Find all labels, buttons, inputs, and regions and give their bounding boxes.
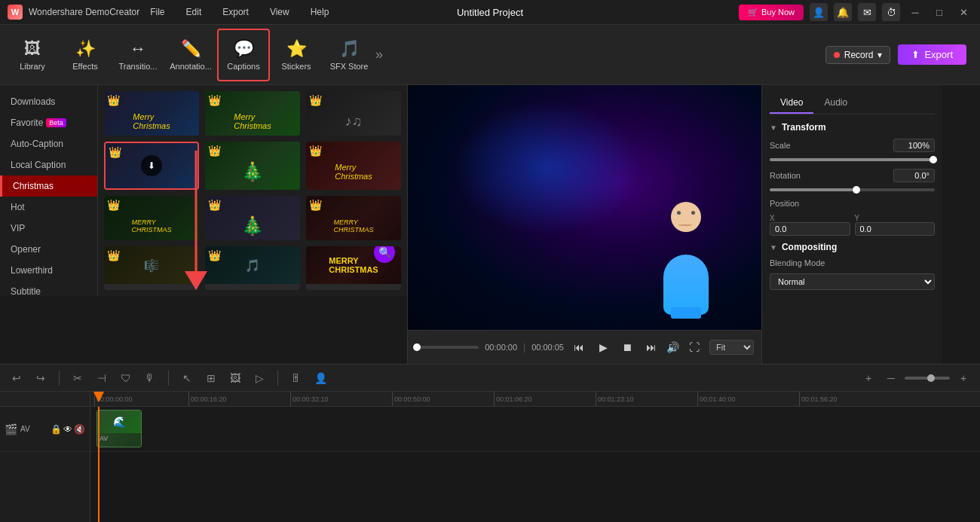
person-button[interactable]: 👤 <box>311 369 329 387</box>
play-clip-button[interactable]: ▷ <box>250 369 268 387</box>
mail-icon[interactable]: ✉ <box>858 3 876 21</box>
toolbar-stickers[interactable]: ⭐ Stickers <box>270 29 323 81</box>
mic-button[interactable]: 🎙 <box>141 369 159 387</box>
caption-item-4[interactable]: 👑 ⬇ Golden Magical Ch... <box>104 142 199 189</box>
library-icon: 🖼 <box>24 39 41 59</box>
position-inputs: X Y <box>770 214 935 236</box>
track-eye-icon[interactable]: 👁 <box>63 424 72 435</box>
sidebar-item-christmas[interactable]: Christmas <box>0 176 97 197</box>
toolbar-sfxstore[interactable]: 🎵 SFX Store <box>323 29 375 81</box>
maximize-button[interactable]: □ <box>930 3 948 21</box>
shield-button[interactable]: 🛡 <box>117 369 135 387</box>
image-button[interactable]: 🖼 <box>226 369 244 387</box>
redo-button[interactable]: ↪ <box>32 369 50 387</box>
record-button[interactable]: Record ▾ <box>825 46 891 64</box>
tab-audio[interactable]: Audio <box>813 93 858 114</box>
skip-back-button[interactable]: ⏮ <box>570 338 588 356</box>
scale-slider-thumb[interactable] <box>929 156 937 163</box>
toolbar-captions[interactable]: 💬 Captions <box>217 29 270 81</box>
track-lock-icon[interactable]: 🔒 <box>51 424 62 435</box>
sidebar-item-hot[interactable]: Hot <box>0 197 97 218</box>
sidebar-item-auto-caption[interactable]: Auto-Caption <box>0 133 97 154</box>
playhead[interactable] <box>98 407 100 522</box>
caption-item-10[interactable]: 👑 🎼 <box>104 246 199 290</box>
ruler-mark-3: 00:00:50:00 <box>392 392 430 406</box>
menu-export[interactable]: Export <box>218 4 253 20</box>
position-y-input[interactable] <box>855 222 936 236</box>
toolbar-transitions[interactable]: ↔ Transitio... <box>112 29 164 81</box>
buy-now-button[interactable]: 🛒 Buy Now <box>739 5 804 20</box>
sidebar-item-downloads[interactable]: Downloads <box>0 91 97 112</box>
export-button[interactable]: ⬆ Export <box>898 44 966 65</box>
zoom-slider[interactable] <box>905 377 950 380</box>
track-label-icon: 🎬 <box>5 423 17 435</box>
sidebar-item-local-caption[interactable]: Local Caption <box>0 154 97 176</box>
caption-item-5[interactable]: 👑 🎄 Golden Magical Ch... <box>205 142 300 189</box>
track-sidebar-video: 🎬 AV 🔒 👁 🔇 <box>0 407 90 452</box>
grid-button[interactable]: ⊞ <box>202 369 220 387</box>
project-title: Untitled Project <box>457 7 523 18</box>
sidebar-item-favorite[interactable]: Favorite Beta <box>0 112 97 133</box>
play-button[interactable]: ▶ <box>594 338 612 356</box>
menu-edit[interactable]: Edit <box>182 4 207 20</box>
tab-video[interactable]: Video <box>770 93 813 114</box>
split-button[interactable]: ⊣ <box>93 369 111 387</box>
sidebar-item-opener[interactable]: Opener <box>0 239 97 260</box>
blending-mode-row: Blending Mode <box>770 258 935 267</box>
notifications-icon[interactable]: 🔔 <box>834 3 852 21</box>
caption-item-2[interactable]: 👑 MerryChristmas Golden Magical Ch... <box>205 91 300 136</box>
caption-item-3[interactable]: 👑 ♪♫ Golden Magical Ch... <box>306 91 401 136</box>
audio-adjust-button[interactable]: 🎚 <box>287 369 305 387</box>
caption-item-9[interactable]: 👑 MERRYCHRISTMAS Golden Magical Ch... <box>306 196 401 240</box>
toolbar-library[interactable]: 🖼 Library <box>6 29 59 81</box>
fit-select[interactable]: Fit 100% 75% 50% <box>709 340 754 355</box>
menu-file[interactable]: File <box>145 4 169 20</box>
toolbar-effects[interactable]: ✨ Effects <box>59 29 112 81</box>
rotation-slider[interactable] <box>770 188 935 191</box>
crown-icon-4: 👑 <box>109 146 121 158</box>
compositing-section-header[interactable]: ▼ Compositing <box>770 242 935 252</box>
sidebar-item-lowerthird[interactable]: Lowerthird <box>0 260 97 281</box>
stop-button[interactable]: ⏹ <box>618 338 636 356</box>
position-x-input[interactable] <box>770 222 850 236</box>
volume-icon[interactable]: 🔊 <box>666 341 679 353</box>
undo-button[interactable]: ↩ <box>8 369 26 387</box>
position-label: Position <box>770 199 799 208</box>
zoom-out-button[interactable]: ─ <box>882 369 900 387</box>
scale-slider[interactable] <box>770 158 935 161</box>
track-mute-icon[interactable]: 🔇 <box>74 424 85 435</box>
video-clip[interactable]: 🌊 AV <box>96 410 142 447</box>
profile-icon[interactable]: 👤 <box>810 3 828 21</box>
skip-forward-button[interactable]: ⏭ <box>642 338 660 356</box>
timeline-add-track-button[interactable]: + <box>859 369 877 387</box>
progress-thumb[interactable] <box>413 343 421 351</box>
fullscreen-button[interactable]: ⛶ <box>685 338 703 356</box>
caption-item-6[interactable]: 👑 MerryChristmas Golden Magical Ch... <box>306 142 401 189</box>
cursor-tool[interactable]: ↖ <box>178 369 196 387</box>
sidebar-item-vip[interactable]: VIP <box>0 218 97 239</box>
preview-progress-bar[interactable] <box>415 346 479 349</box>
menu-help[interactable]: Help <box>306 4 334 20</box>
timeline-ruler[interactable]: 00:00:00:00 00:00:16:20 00:00:32:10 00:0… <box>90 392 980 407</box>
caption-item-11[interactable]: 👑 🎵 <box>205 246 300 290</box>
caption-item-8[interactable]: 👑 🎄 Golden Magical Ch... <box>205 196 300 240</box>
history-icon[interactable]: ⏱ <box>882 3 900 21</box>
caption-item-12[interactable]: MERRYCHRISTMAS 🔍 <box>306 246 401 290</box>
toolbar-annotations[interactable]: ✏️ Annotatio... <box>164 29 217 81</box>
toolbar-more-button[interactable]: » <box>375 47 383 63</box>
caption-item-1[interactable]: 👑 MerryChristmas Golden Magical Ch... <box>104 91 199 136</box>
close-button[interactable]: ✕ <box>954 3 972 21</box>
crown-icon-2: 👑 <box>208 94 221 106</box>
blending-mode-select[interactable]: Normal Multiply Screen Overlay <box>770 273 935 290</box>
transform-section-header[interactable]: ▼ Transform <box>770 122 935 133</box>
rotation-slider-thumb[interactable] <box>853 186 860 194</box>
menu-view[interactable]: View <box>265 4 294 20</box>
minimize-button[interactable]: ─ <box>906 3 924 21</box>
zoom-in-button[interactable]: + <box>954 369 972 387</box>
sidebar-item-subtitle[interactable]: Subtitle <box>0 281 97 296</box>
cut-button[interactable]: ✂ <box>69 369 87 387</box>
rotation-label: Rotation <box>770 171 801 180</box>
clip-preview: 🌊 <box>97 411 141 433</box>
caption-item-7[interactable]: 👑 MERRYCHRISTMAS Golden Magical Ch... <box>104 196 199 240</box>
zoom-thumb[interactable] <box>927 374 935 382</box>
